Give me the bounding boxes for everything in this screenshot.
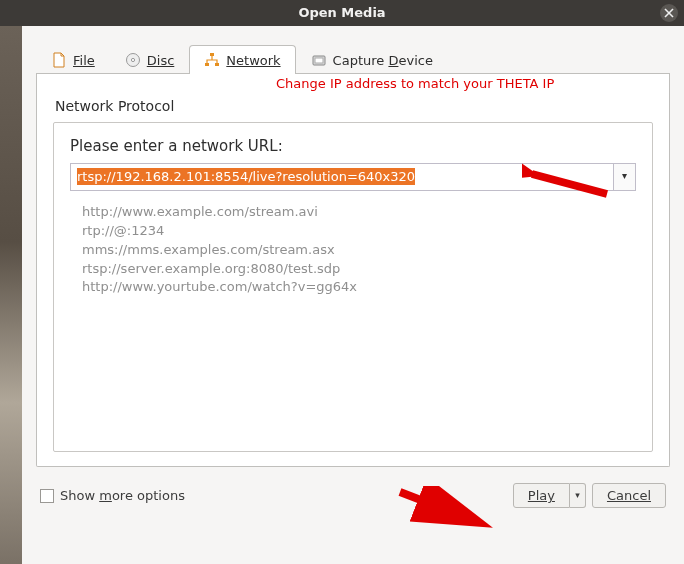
tab-disc-label: Disc [147, 53, 175, 68]
svg-rect-5 [205, 63, 209, 66]
svg-point-3 [131, 58, 134, 61]
url-example: http://www.yourtube.com/watch?v=gg64x [82, 278, 636, 297]
tab-bar: File Disc Network Capture Device [36, 38, 670, 74]
show-more-checkbox[interactable] [40, 489, 54, 503]
chevron-down-icon: ▾ [622, 170, 627, 181]
window-title: Open Media [298, 5, 385, 20]
open-media-dialog: Change IP address to match your THETA IP… [22, 26, 684, 564]
url-example: rtp://@:1234 [82, 222, 636, 241]
url-prompt: Please enter a network URL: [70, 137, 636, 155]
tab-capture-label: Capture Device [333, 53, 433, 68]
close-button[interactable] [660, 4, 678, 22]
chevron-down-icon: ▾ [575, 490, 580, 500]
panel-inner: Please enter a network URL: rtsp://192.1… [53, 122, 653, 452]
show-more-row[interactable]: Show more options [40, 488, 185, 503]
annotation-text: Change IP address to match your THETA IP [276, 76, 554, 91]
play-dropdown-button[interactable]: ▾ [570, 483, 586, 508]
url-input-value: rtsp://192.168.2.101:8554/live?resolutio… [77, 168, 415, 185]
url-examples: http://www.example.com/stream.avi rtp://… [82, 203, 636, 297]
network-panel: Network Protocol Please enter a network … [36, 74, 670, 467]
tab-network-label: Network [226, 53, 280, 68]
tab-network[interactable]: Network [189, 45, 295, 74]
url-example: mms://mms.examples.com/stream.asx [82, 241, 636, 260]
url-input[interactable]: rtsp://192.168.2.101:8554/live?resolutio… [70, 163, 614, 191]
tab-file[interactable]: File [36, 45, 110, 74]
tab-capture[interactable]: Capture Device [296, 45, 448, 74]
network-icon [204, 52, 220, 68]
play-button[interactable]: Play [513, 483, 570, 508]
svg-rect-4 [210, 53, 214, 56]
url-example: http://www.example.com/stream.avi [82, 203, 636, 222]
play-button-group: Play ▾ [513, 483, 586, 508]
url-example: rtsp://server.example.org:8080/test.sdp [82, 260, 636, 279]
file-icon [51, 52, 67, 68]
url-dropdown-button[interactable]: ▾ [614, 163, 636, 191]
disc-icon [125, 52, 141, 68]
tab-file-label: File [73, 53, 95, 68]
section-header: Network Protocol [55, 98, 651, 114]
close-icon [660, 4, 678, 22]
titlebar: Open Media [0, 0, 684, 26]
show-more-label: Show more options [60, 488, 185, 503]
svg-rect-6 [215, 63, 219, 66]
dialog-footer: Show more options Play ▾ Cancel [36, 483, 670, 508]
svg-rect-8 [315, 58, 323, 63]
tab-disc[interactable]: Disc [110, 45, 190, 74]
cancel-button[interactable]: Cancel [592, 483, 666, 508]
left-background-strip [0, 26, 22, 564]
capture-device-icon [311, 52, 327, 68]
